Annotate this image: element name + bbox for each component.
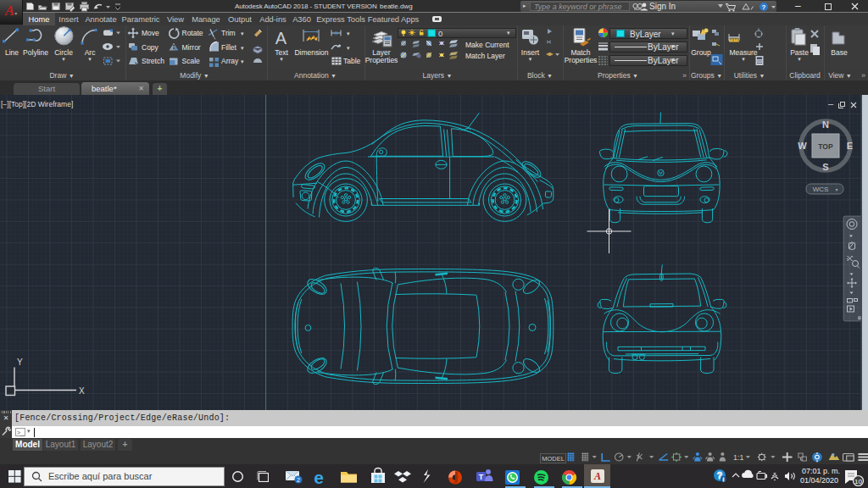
svg-text:T: T — [479, 473, 484, 481]
svg-text:A: A — [275, 29, 287, 47]
svg-text:i: i — [723, 477, 724, 482]
svg-text:E: E — [847, 141, 853, 151]
svg-text:TOP: TOP — [818, 142, 833, 151]
svg-text:WCS: WCS — [813, 186, 829, 193]
svg-text:X: X — [79, 386, 85, 396]
svg-text:?: ? — [762, 3, 766, 11]
svg-text:1:1: 1:1 — [733, 453, 744, 462]
svg-text:N: N — [822, 119, 829, 130]
svg-text:2: 2 — [297, 477, 300, 483]
svg-text:Y: Y — [17, 358, 23, 367]
svg-text:e: e — [314, 468, 324, 487]
svg-text:S: S — [822, 162, 828, 172]
svg-text:10: 10 — [854, 478, 862, 485]
svg-text:▾: ▾ — [835, 187, 837, 192]
svg-text:W: W — [798, 141, 807, 151]
